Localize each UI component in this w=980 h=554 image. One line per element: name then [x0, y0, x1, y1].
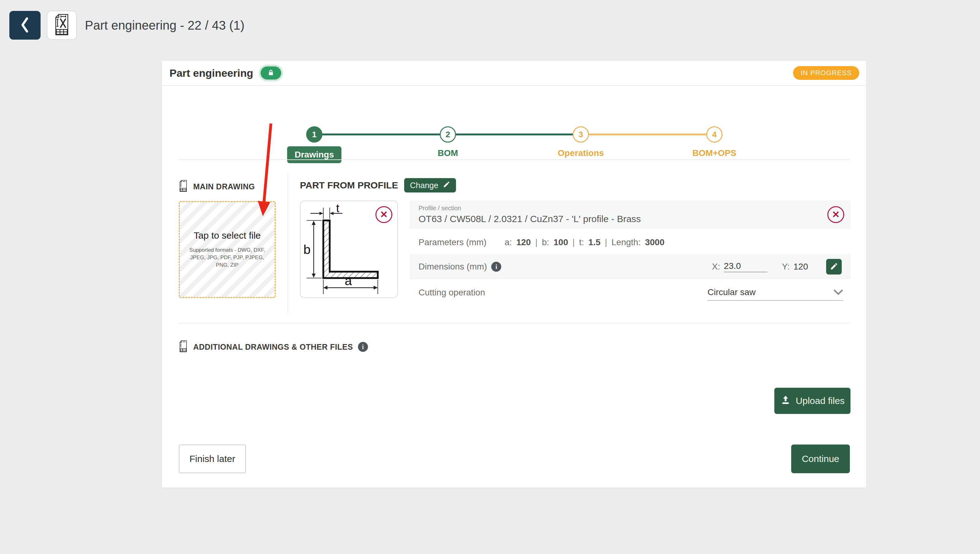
- step-4-label-bom-ops[interactable]: BOM+OPS: [693, 148, 736, 158]
- stepper-connector-2-3: [456, 134, 573, 135]
- dimension-x-input[interactable]: [724, 261, 768, 272]
- back-button[interactable]: [10, 11, 41, 40]
- dimension-y-value: 120: [794, 262, 808, 272]
- upload-icon: [780, 395, 791, 408]
- dimensions-row: Dimensions (mm) i X: Y: 120: [410, 254, 851, 279]
- technical-drawing-icon: [178, 180, 188, 193]
- step-4-circle[interactable]: 4: [706, 126, 722, 143]
- param-key: t:: [579, 237, 584, 247]
- param-key: b:: [542, 237, 549, 247]
- pencil-icon: [830, 262, 838, 271]
- technical-drawing-icon: [53, 14, 71, 37]
- change-button-label: Change: [410, 181, 438, 190]
- param-key: a:: [505, 237, 512, 247]
- column-divider: [287, 173, 288, 313]
- cutting-operation-select[interactable]: Circular saw: [708, 285, 843, 301]
- pencil-icon: [443, 181, 450, 190]
- dimensions-label: Dimensions (mm): [419, 262, 487, 272]
- card-header: Part engineering IN PROGRESS: [162, 61, 866, 86]
- close-icon: ✕: [380, 210, 388, 219]
- param-value: 3000: [645, 237, 664, 247]
- close-icon: ✕: [832, 210, 840, 219]
- step-3-label-operations[interactable]: Operations: [558, 148, 604, 158]
- cutting-operation-value: Circular saw: [708, 287, 755, 297]
- top-header: Part engineering - 22 / 43 (1): [10, 11, 244, 40]
- edit-dimensions-button[interactable]: [826, 259, 842, 274]
- chevron-down-icon: [833, 290, 843, 295]
- change-profile-button[interactable]: Change: [404, 178, 456, 193]
- profile-section-row: Profile / section OT63 / CW508L / 2.0321…: [410, 201, 851, 229]
- info-icon[interactable]: i: [358, 342, 368, 352]
- stepper: 1 2 3 4 Drawings BOM Operations BOM+OPS: [162, 86, 866, 159]
- additional-files-title: ADDITIONAL DRAWINGS & OTHER FILES: [193, 342, 353, 352]
- drawing-file-thumbnail: [47, 11, 77, 40]
- x-label: X:: [712, 262, 720, 272]
- main-drawing-title: MAIN DRAWING: [193, 182, 255, 191]
- remove-profile-button[interactable]: ✕: [827, 206, 844, 223]
- svg-text:a: a: [345, 274, 352, 288]
- finish-later-button[interactable]: Finish later: [179, 444, 246, 473]
- page-title: Part engineering - 22 / 43 (1): [85, 18, 244, 32]
- separator: |: [605, 237, 607, 247]
- param-value: 120: [516, 237, 531, 247]
- upload-files-button[interactable]: Upload files: [774, 388, 851, 414]
- main-drawing-header: MAIN DRAWING: [178, 180, 255, 193]
- part-from-profile-title: PART FROM PROFILE: [300, 180, 398, 191]
- y-label: Y:: [782, 262, 790, 272]
- part-from-profile-header: PART FROM PROFILE Change: [300, 178, 456, 193]
- divider-under-stepper: [178, 159, 850, 160]
- card-title: Part engineering: [169, 67, 253, 79]
- cutting-operation-label: Cutting operation: [419, 288, 485, 298]
- step-2-label-bom[interactable]: BOM: [438, 148, 458, 158]
- upload-button-label: Upload files: [796, 396, 845, 406]
- separator: |: [535, 237, 537, 247]
- profile-section-label: Profile / section: [419, 205, 842, 212]
- divider-under-profile: [178, 323, 850, 323]
- main-drawing-dropzone[interactable]: Tap to select file Supported formats - D…: [179, 201, 276, 298]
- step-2-circle[interactable]: 2: [440, 126, 456, 143]
- separator: |: [572, 237, 575, 247]
- lock-icon: [267, 69, 275, 77]
- parameters-row: Parameters (mm) a: 120 | b: 100 | t: 1.5…: [410, 232, 851, 252]
- svg-text:t: t: [336, 202, 339, 215]
- additional-files-header: ADDITIONAL DRAWINGS & OTHER FILES i: [178, 340, 368, 353]
- cutting-operation-row: Cutting operation Circular saw: [410, 281, 851, 304]
- technical-drawing-icon: [178, 340, 188, 353]
- svg-text:b: b: [303, 242, 311, 257]
- remove-profile-image-button[interactable]: ✕: [376, 206, 392, 223]
- profile-detail-rows: Profile / section OT63 / CW508L / 2.0321…: [410, 201, 851, 304]
- profile-thumbnail: t b a ✕: [300, 201, 398, 298]
- param-key: Length:: [612, 237, 641, 247]
- info-icon[interactable]: i: [491, 262, 501, 272]
- continue-button[interactable]: Continue: [791, 444, 850, 473]
- lock-toggle[interactable]: [261, 67, 281, 80]
- dropzone-hint: Supported formats - DWG, DXF, JPEG, JPG,…: [186, 247, 268, 269]
- chevron-left-icon: [20, 17, 30, 34]
- stepper-connector-1-2: [322, 134, 440, 135]
- stepper-connector-3-4: [589, 134, 706, 135]
- step-1-circle[interactable]: 1: [306, 126, 322, 143]
- step-3-circle[interactable]: 3: [573, 126, 589, 143]
- dropzone-title: Tap to select file: [193, 230, 261, 241]
- param-value: 100: [554, 237, 568, 247]
- step-1-label-drawings[interactable]: Drawings: [287, 146, 341, 163]
- part-engineering-card: Part engineering IN PROGRESS 1 2 3 4 Dra…: [162, 60, 866, 488]
- parameters-label: Parameters (mm): [419, 237, 486, 247]
- profile-section-value: OT63 / CW508L / 2.0321 / CuZn37 - 'L' pr…: [419, 214, 842, 224]
- status-badge: IN PROGRESS: [793, 66, 859, 80]
- param-value: 1.5: [588, 237, 601, 247]
